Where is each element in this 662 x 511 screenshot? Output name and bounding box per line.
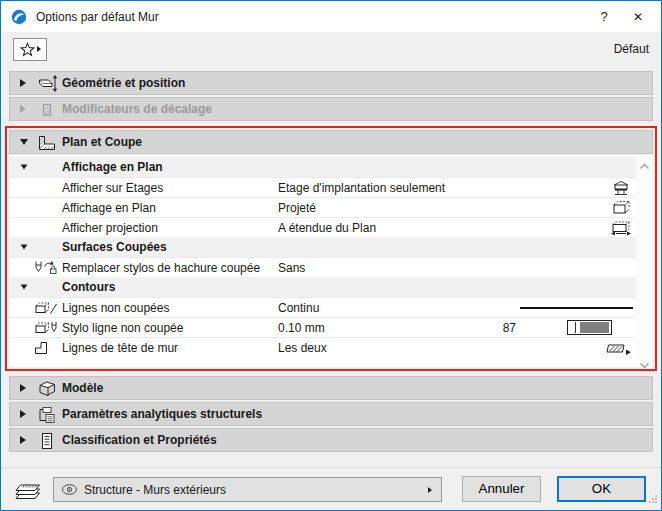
wall-end-hatch-preview-icon[interactable] xyxy=(605,340,632,356)
row-label: Stylo ligne non coupée xyxy=(62,321,183,335)
structural-parameters-icon xyxy=(36,405,58,424)
row-stylo-ligne-non-coupee: Stylo ligne non coupée 0.10 mm 87 xyxy=(9,317,653,337)
chevron-down-icon xyxy=(21,284,28,289)
classification-properties-icon xyxy=(36,431,58,450)
line-type-preview[interactable] xyxy=(520,307,633,309)
model-icon xyxy=(36,379,58,398)
wall-end-lines-icon xyxy=(33,340,49,356)
row-afficher-projection: Afficher projection A étendue du Plan xyxy=(9,217,653,237)
layers-icon[interactable] xyxy=(13,478,43,504)
eye-icon xyxy=(61,483,78,496)
accordion-label: Modificateurs de décalage xyxy=(62,102,212,116)
chevron-down-icon xyxy=(20,139,28,145)
projected-view-icon[interactable] xyxy=(610,200,632,216)
star-icon xyxy=(20,42,35,57)
favorites-toolbar: Défaut xyxy=(1,32,661,66)
annotation-rectangle: Plan et Coupe Affichage en Plan Afficher… xyxy=(5,126,657,371)
plan-et-coupe-panel: Affichage en Plan Afficher sur Etages Et… xyxy=(9,155,653,367)
row-afficher-sur-etages: Afficher sur Etages Etage d'implantation… xyxy=(9,177,653,197)
archicad-app-icon xyxy=(11,9,27,25)
scroll-down-icon[interactable] xyxy=(639,358,650,365)
override-cut-fill-pen-icon xyxy=(33,260,58,276)
window-title: Options par défaut Mur xyxy=(36,10,587,24)
row-label: Afficher sur Etages xyxy=(62,181,163,195)
scroll-up-icon[interactable] xyxy=(639,159,650,166)
row-lignes-non-coupees: Lignes non coupées Continu xyxy=(9,297,653,317)
flyout-arrow-icon xyxy=(37,46,41,52)
group-label: Affichage en Plan xyxy=(62,160,163,174)
offset-modifiers-icon xyxy=(36,100,58,119)
accordion-modele[interactable]: Modèle xyxy=(9,376,653,400)
pen-number: 87 xyxy=(503,321,516,335)
close-button[interactable]: ✕ xyxy=(621,1,655,32)
ok-button[interactable]: OK xyxy=(557,476,646,502)
row-label: Lignes de tête de mur xyxy=(62,341,178,355)
chevron-down-icon xyxy=(21,244,28,249)
chevron-right-icon xyxy=(20,436,26,444)
combo-arrow-icon xyxy=(428,487,432,493)
row-value-dropdown[interactable]: A étendue du Plan xyxy=(278,221,376,235)
chevron-right-icon xyxy=(20,384,26,392)
plan-range-icon[interactable] xyxy=(610,220,632,236)
row-lignes-de-tete-de-mur: Lignes de tête de mur Les deux xyxy=(9,337,653,357)
chevron-right-icon xyxy=(20,79,26,87)
accordion-modificateurs-de-decalage: Modificateurs de décalage xyxy=(9,97,653,121)
accordion-label: Paramètres analytiques structurels xyxy=(62,407,262,421)
group-contours[interactable]: Contours xyxy=(9,277,653,297)
geometry-position-icon xyxy=(36,74,58,93)
scrollbar[interactable] xyxy=(636,155,653,367)
favorites-button[interactable] xyxy=(13,38,47,61)
default-label: Défaut xyxy=(614,42,649,56)
row-value-dropdown[interactable]: Sans xyxy=(278,261,305,275)
row-label: Lignes non coupées xyxy=(62,301,169,315)
row-label: Afficher projection xyxy=(62,221,158,235)
row-label: Remplacer stylos de hachure coupée xyxy=(62,261,260,275)
accordion-geometrie-et-position[interactable]: Géométrie et position xyxy=(9,71,653,95)
row-label: Affichage en Plan xyxy=(62,201,156,215)
row-value-dropdown[interactable]: Etage d'implantation seulement xyxy=(278,181,445,195)
group-label: Surfaces Coupées xyxy=(62,240,167,254)
pen-color-preview[interactable] xyxy=(567,320,612,335)
cancel-button[interactable]: Annuler xyxy=(462,476,541,502)
resize-grip[interactable] xyxy=(648,493,658,507)
plan-section-icon xyxy=(36,133,58,152)
wall-default-settings-dialog: Options par défaut Mur ? ✕ Défaut Géomét… xyxy=(0,0,662,511)
row-value-dropdown[interactable]: Continu xyxy=(278,301,319,315)
chevron-right-icon xyxy=(20,410,26,418)
accordion-parametres-analytiques[interactable]: Paramètres analytiques structurels xyxy=(9,402,653,426)
layer-combo-value: Structure - Murs extérieurs xyxy=(84,483,226,497)
group-affichage-en-plan[interactable]: Affichage en Plan xyxy=(9,157,653,177)
panel-spacer xyxy=(9,357,653,367)
row-value-dropdown[interactable]: Projeté xyxy=(278,201,316,215)
titlebar: Options par défaut Mur ? ✕ xyxy=(1,1,661,32)
group-label: Contours xyxy=(62,280,115,294)
accordion-label: Classification et Propriétés xyxy=(62,433,217,447)
accordion-label: Plan et Coupe xyxy=(62,135,142,149)
accordion-label: Modèle xyxy=(62,381,103,395)
pen-weight-sample xyxy=(575,322,576,333)
storey-display-icon[interactable] xyxy=(610,180,632,196)
chevron-right-icon xyxy=(20,105,26,113)
chevron-down-icon xyxy=(21,164,28,169)
row-affichage-en-plan: Affichage en Plan Projeté xyxy=(9,197,653,217)
row-value-dropdown[interactable]: Les deux xyxy=(278,341,327,355)
help-button[interactable]: ? xyxy=(587,1,621,32)
pen-color-swatch xyxy=(580,322,609,333)
layer-combo[interactable]: Structure - Murs extérieurs xyxy=(53,477,442,502)
uncut-line-pen-icon xyxy=(33,320,59,336)
accordion-label: Géométrie et position xyxy=(62,76,185,90)
footer-bar: Structure - Murs extérieurs Annuler OK xyxy=(1,467,661,510)
accordion-plan-et-coupe[interactable]: Plan et Coupe xyxy=(9,130,653,154)
uncut-line-type-icon xyxy=(33,300,59,316)
group-surfaces-coupees[interactable]: Surfaces Coupées xyxy=(9,237,653,257)
settings-accordion-list: Géométrie et position Modificateurs de d… xyxy=(9,71,653,454)
row-value-dropdown[interactable]: 0.10 mm xyxy=(278,321,325,335)
accordion-classification-proprietes[interactable]: Classification et Propriétés xyxy=(9,428,653,452)
dialog-body: Défaut Géométrie et position Modificateu… xyxy=(1,32,661,510)
row-remplacer-stylos-hachure: Remplacer stylos de hachure coupée Sans xyxy=(9,257,653,277)
